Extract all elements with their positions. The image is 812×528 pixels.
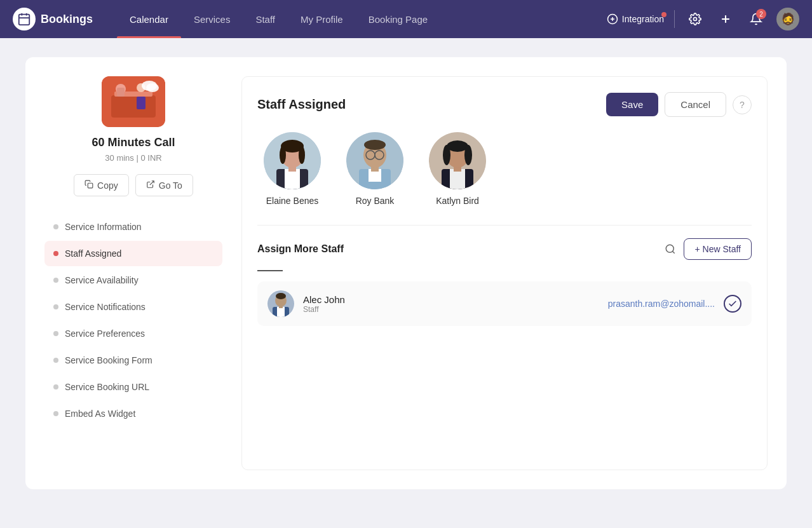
nav-calendar[interactable]: Calendar: [117, 0, 181, 38]
svg-point-32: [364, 140, 386, 150]
sidebar-item-staff-assigned[interactable]: Staff Assigned: [44, 241, 222, 266]
svg-point-43: [443, 145, 450, 165]
nav-right: Integration 2 🧔: [607, 8, 799, 30]
staff-avatar-roy: [346, 132, 403, 189]
panel-header: Staff Assigned Save Cancel ?: [257, 92, 752, 117]
nav-staff[interactable]: Staff: [243, 0, 288, 38]
staff-list-email-alec: prasanth.ram@zohomail....: [608, 299, 715, 309]
staff-avatar-katlyn: [429, 132, 486, 189]
cancel-button[interactable]: Cancel: [665, 92, 726, 117]
menu-dot: [53, 304, 58, 309]
staff-name-katlyn: Katlyn Bird: [436, 196, 479, 206]
staff-list-avatar-alec: [267, 290, 294, 317]
service-actions: Copy Go To: [74, 174, 193, 196]
brand[interactable]: Bookings: [13, 8, 102, 30]
copy-label: Copy: [97, 180, 118, 191]
staff-list-name-alec: Alec John: [303, 294, 599, 305]
main-card: 60 Minutes Call 30 mins | 0 INR Copy: [25, 57, 787, 489]
copy-button[interactable]: Copy: [74, 174, 129, 196]
menu-label: Service Notifications: [65, 302, 145, 312]
nav-services[interactable]: Services: [181, 0, 243, 38]
staff-item-katlyn: Katlyn Bird: [429, 132, 486, 206]
service-meta: 30 mins | 0 INR: [105, 153, 161, 163]
svg-rect-14: [137, 97, 145, 109]
panel-title: Staff Assigned: [257, 97, 606, 112]
svg-rect-39: [450, 169, 465, 189]
bell-badge: 2: [756, 9, 766, 19]
menu-label: Service Information: [65, 222, 142, 232]
sidebar-item-service-booking-form[interactable]: Service Booking Form: [44, 348, 222, 373]
assign-header: Assign More Staff + New Staff: [257, 238, 752, 260]
svg-line-18: [150, 181, 154, 185]
menu-label: Embed As Widget: [65, 409, 135, 419]
brand-icon: [13, 8, 36, 30]
service-title: 60 Minutes Call: [91, 136, 175, 149]
svg-point-45: [667, 245, 674, 252]
svg-rect-17: [88, 183, 93, 188]
goto-label: Go To: [159, 180, 182, 191]
assigned-staff-grid: Elaine Benes: [257, 132, 752, 206]
svg-point-26: [299, 146, 305, 164]
new-staff-button[interactable]: + New Staff: [684, 238, 752, 260]
sidebar-item-embed-as-widget[interactable]: Embed As Widget: [44, 401, 222, 426]
help-button[interactable]: ?: [733, 95, 752, 114]
service-image: [102, 76, 165, 127]
search-staff-button[interactable]: [665, 243, 676, 255]
nav-myprofile[interactable]: My Profile: [288, 0, 356, 38]
user-avatar[interactable]: 🧔: [776, 8, 799, 30]
sidebar-item-service-preferences[interactable]: Service Preferences: [44, 321, 222, 346]
integration-label: Integration: [622, 14, 664, 24]
copy-icon: [85, 180, 93, 191]
staff-avatar-elaine: [264, 132, 321, 189]
svg-point-52: [276, 293, 286, 299]
integration-link[interactable]: Integration: [607, 13, 664, 25]
menu-label: Service Preferences: [65, 328, 145, 339]
sidebar-item-service-information[interactable]: Service Information: [44, 214, 222, 240]
svg-rect-49: [277, 307, 285, 317]
assign-more-section: Assign More Staff + New Staff: [257, 225, 752, 326]
brand-name: Bookings: [41, 13, 93, 26]
svg-point-44: [464, 145, 472, 165]
staff-list-info-alec: Alec John Staff: [303, 294, 599, 314]
menu-dot: [53, 278, 58, 283]
svg-rect-0: [19, 15, 30, 25]
nav-separator: [674, 10, 675, 28]
nav-bookingpage[interactable]: Booking Page: [356, 0, 440, 38]
menu-label: Staff Assigned: [65, 248, 121, 259]
save-button[interactable]: Save: [606, 93, 658, 116]
menu-dot: [53, 224, 58, 229]
sidebar-item-service-notifications[interactable]: Service Notifications: [44, 294, 222, 320]
staff-list-role-alec: Staff: [303, 305, 599, 314]
add-button[interactable]: [715, 9, 736, 29]
svg-point-25: [280, 146, 286, 164]
menu-dot: [53, 384, 58, 389]
sidebar-item-service-availability[interactable]: Service Availability: [44, 267, 222, 293]
nav-links: Calendar Services Staff My Profile Booki…: [117, 0, 607, 38]
goto-button[interactable]: Go To: [135, 174, 193, 196]
svg-point-5: [694, 18, 697, 21]
settings-button[interactable]: [685, 9, 705, 29]
staff-list-item: Alec John Staff prasanth.ram@zohomail...…: [257, 281, 752, 326]
menu-dot-active: [53, 251, 58, 256]
staff-item-elaine: Elaine Benes: [264, 132, 321, 206]
staff-item-roy: Roy Bank: [346, 132, 403, 206]
sidebar-item-service-booking-url[interactable]: Service Booking URL: [44, 374, 222, 400]
assign-more-title: Assign More Staff: [257, 243, 665, 255]
svg-rect-12: [117, 88, 125, 97]
svg-rect-9: [111, 95, 156, 118]
page-content: 60 Minutes Call 30 mins | 0 INR Copy: [0, 38, 812, 508]
right-panel: Staff Assigned Save Cancel ?: [241, 76, 768, 470]
notifications-button[interactable]: 2: [746, 9, 766, 29]
left-panel: 60 Minutes Call 30 mins | 0 INR Copy: [44, 76, 222, 470]
svg-point-16: [146, 83, 159, 92]
staff-check-alec[interactable]: [724, 295, 741, 313]
menu-dot: [53, 331, 58, 336]
sidebar-menu: Service Information Staff Assigned Servi…: [44, 214, 222, 428]
menu-dot: [53, 358, 58, 363]
menu-label: Service Booking URL: [65, 382, 149, 392]
integration-dot: [661, 12, 667, 17]
staff-name-elaine: Elaine Benes: [266, 196, 319, 206]
menu-label: Service Availability: [65, 275, 139, 285]
svg-rect-21: [285, 169, 300, 189]
menu-label: Service Booking Form: [65, 355, 152, 365]
